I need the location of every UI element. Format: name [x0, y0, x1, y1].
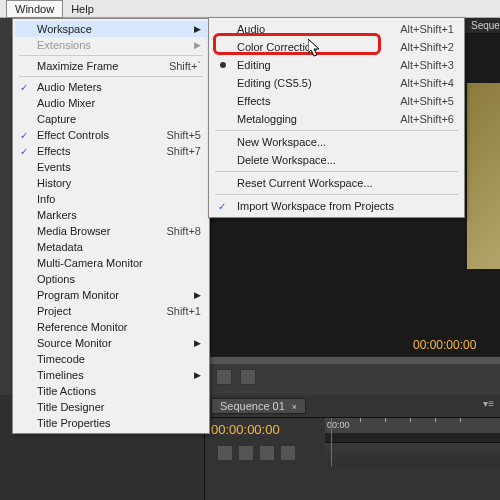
workspace-editing-cs55[interactable]: Editing (CS5.5)Alt+Shift+4: [211, 74, 462, 92]
video-track[interactable]: [325, 442, 500, 466]
label: Editing: [237, 59, 271, 71]
menu-workspace[interactable]: Workspace ▶: [15, 21, 207, 37]
label: Effects: [237, 95, 270, 107]
label: Events: [37, 161, 71, 173]
label: Capture: [37, 113, 76, 125]
label: Audio: [237, 23, 265, 35]
check-icon: ✓: [218, 201, 226, 212]
panel-menu-icon[interactable]: ▾≡: [483, 398, 494, 409]
video-preview-edge: [467, 83, 500, 269]
shortcut: Shift+5: [166, 129, 201, 141]
label: Source Monitor: [37, 337, 112, 349]
close-icon[interactable]: ×: [292, 402, 297, 412]
mark-out-button[interactable]: [240, 369, 256, 385]
label: New Workspace...: [237, 136, 326, 148]
timeline-tool-3[interactable]: [259, 445, 275, 461]
menu-separator: [19, 76, 203, 77]
timeline-tracks-area[interactable]: 00:00: [325, 418, 500, 467]
workspace-editing[interactable]: EditingAlt+Shift+3: [211, 56, 462, 74]
menu-media-browser[interactable]: Media BrowserShift+8: [15, 223, 207, 239]
menu-capture[interactable]: Capture: [15, 111, 207, 127]
mark-in-button[interactable]: [216, 369, 232, 385]
menu-events[interactable]: Events: [15, 159, 207, 175]
label: Reference Monitor: [37, 321, 128, 333]
work-area-bar[interactable]: [325, 434, 500, 442]
marker-button[interactable]: [238, 445, 254, 461]
shortcut: Alt+Shift+5: [400, 95, 454, 107]
program-header-label: Sequence: [465, 18, 500, 34]
workspace-metalogging[interactable]: MetaloggingAlt+Shift+6: [211, 110, 462, 128]
ruler-tick: [385, 418, 386, 422]
menu-history[interactable]: History: [15, 175, 207, 191]
menu-project[interactable]: ProjectShift+1: [15, 303, 207, 319]
program-header-edge: Sequence: [465, 18, 500, 34]
menu-info[interactable]: Info: [15, 191, 207, 207]
program-timecode: 00:00:00:00: [413, 338, 476, 352]
label: Title Actions: [37, 385, 96, 397]
workspace-reset[interactable]: Reset Current Workspace...: [211, 174, 462, 192]
program-scrubber[interactable]: [210, 356, 500, 364]
menu-metadata[interactable]: Metadata: [15, 239, 207, 255]
check-icon: ✓: [20, 146, 28, 157]
menu-window[interactable]: Window: [6, 0, 63, 18]
label: History: [37, 177, 71, 189]
workspace-audio[interactable]: AudioAlt+Shift+1: [211, 20, 462, 38]
label: Color Correction: [237, 41, 317, 53]
label: Metadata: [37, 241, 83, 253]
label: Timecode: [37, 353, 85, 365]
menu-title-properties[interactable]: Title Properties: [15, 415, 207, 431]
label: Options: [37, 273, 75, 285]
timeline-panel: Sequence 01 × ▾≡ 00:00:00:00 00:00: [205, 395, 500, 500]
label: Project: [37, 305, 71, 317]
workspace-delete[interactable]: Delete Workspace...: [211, 151, 462, 169]
workspace-import[interactable]: ✓Import Workspace from Projects: [211, 197, 462, 215]
label: Title Designer: [37, 401, 104, 413]
label: Effect Controls: [37, 129, 109, 141]
window-dropdown: Workspace ▶ Extensions ▶ Maximize Frame …: [12, 18, 210, 434]
timeline-tab-sequence01[interactable]: Sequence 01 ×: [211, 398, 306, 414]
menu-timelines[interactable]: Timelines▶: [15, 367, 207, 383]
chevron-right-icon: ▶: [194, 338, 201, 348]
label: Audio Meters: [37, 81, 102, 93]
chevron-right-icon: ▶: [194, 24, 201, 34]
menu-effect-controls[interactable]: ✓Effect ControlsShift+5: [15, 127, 207, 143]
label: Program Monitor: [37, 289, 119, 301]
menu-multi-camera-monitor[interactable]: Multi-Camera Monitor: [15, 255, 207, 271]
label: Import Workspace from Projects: [237, 200, 394, 212]
workspace-new[interactable]: New Workspace...: [211, 133, 462, 151]
label: Timelines: [37, 369, 84, 381]
menu-program-monitor[interactable]: Program Monitor▶: [15, 287, 207, 303]
menu-markers[interactable]: Markers: [15, 207, 207, 223]
menu-options[interactable]: Options: [15, 271, 207, 287]
ruler-tick: [435, 418, 436, 422]
menu-title-designer[interactable]: Title Designer: [15, 399, 207, 415]
label: Media Browser: [37, 225, 110, 237]
shortcut: Alt+Shift+6: [400, 113, 454, 125]
menu-audio-meters[interactable]: ✓Audio Meters: [15, 79, 207, 95]
timeline-tabs: Sequence 01 × ▾≡: [205, 395, 500, 418]
workspace-effects[interactable]: EffectsAlt+Shift+5: [211, 92, 462, 110]
playhead[interactable]: [331, 418, 332, 466]
label: Audio Mixer: [37, 97, 95, 109]
menu-help[interactable]: Help: [63, 1, 102, 17]
menu-separator: [19, 55, 203, 56]
menu-maximize-frame[interactable]: Maximize Frame Shift+`: [15, 58, 207, 74]
check-icon: ✓: [20, 82, 28, 93]
timeline-timecode: 00:00:00:00: [211, 422, 319, 437]
menu-reference-monitor[interactable]: Reference Monitor: [15, 319, 207, 335]
menu-separator: [215, 130, 458, 131]
menu-source-monitor[interactable]: Source Monitor▶: [15, 335, 207, 351]
menu-effects[interactable]: ✓EffectsShift+7: [15, 143, 207, 159]
workspace-color-correction[interactable]: Color CorrectionAlt+Shift+2: [211, 38, 462, 56]
timeline-ruler[interactable]: 00:00: [325, 418, 500, 434]
check-icon: ✓: [20, 130, 28, 141]
label: Title Properties: [37, 417, 111, 429]
timeline-tool-4[interactable]: [280, 445, 296, 461]
menu-maximize-shortcut: Shift+`: [169, 60, 201, 72]
menu-title-actions[interactable]: Title Actions: [15, 383, 207, 399]
shortcut: Alt+Shift+4: [400, 77, 454, 89]
menu-timecode[interactable]: Timecode: [15, 351, 207, 367]
menu-separator: [215, 171, 458, 172]
snap-button[interactable]: [217, 445, 233, 461]
menu-audio-mixer[interactable]: Audio Mixer: [15, 95, 207, 111]
